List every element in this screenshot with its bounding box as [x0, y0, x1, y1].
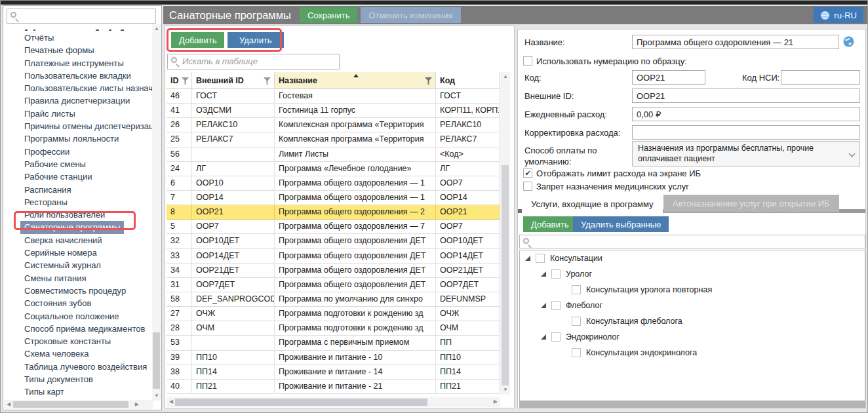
table-row[interactable]: 26РЕЛАКС10Комплексная программа «Террито…: [167, 118, 500, 132]
table-search-input[interactable]: Искать в таблице: [167, 54, 340, 69]
table-row[interactable]: 6ООР10Программа общего оздоровления — 1О…: [167, 176, 500, 191]
sidebar-item[interactable]: Рабочие станции: [4, 170, 152, 183]
sidebar-item[interactable]: Совместимость процедур: [4, 285, 152, 297]
tab-program-services[interactable]: Услуги, входящие в программу: [522, 195, 663, 213]
sidebar-horizontal-scrollbar[interactable]: ◀ ▶: [4, 400, 153, 409]
code-input[interactable]: [632, 70, 705, 85]
sidebar-item[interactable]: Пользовательские листы назнач: [4, 82, 152, 94]
filter-icon[interactable]: [182, 77, 189, 85]
sidebar-item[interactable]: Пользовательские вкладки: [4, 69, 152, 82]
globe-icon[interactable]: [843, 36, 854, 47]
delete-row-button[interactable]: Удалить: [227, 32, 284, 48]
tree-node[interactable]: Консультация эндокринолога: [520, 345, 865, 361]
sidebar-item[interactable]: Отчёты: [4, 31, 152, 44]
expense-adjustment-input[interactable]: [632, 125, 860, 140]
sidebar-item[interactable]: Прайс листы: [4, 108, 152, 120]
sidebar-item[interactable]: Социальное положение: [4, 310, 152, 323]
sidebar-item[interactable]: Таблица лучевого воздействия: [4, 361, 152, 373]
sidebar-item[interactable]: Расписания: [4, 184, 152, 196]
table-row[interactable]: 25РЕЛАКС7Комплексная программа «Территор…: [167, 132, 500, 147]
table-row[interactable]: 33ООР14ДЕТПрограмма общего оздоровления …: [167, 249, 500, 264]
save-button[interactable]: Сохранить: [300, 7, 358, 23]
table-row[interactable]: 38ПП14Проживание и питание - 14ПП14: [167, 365, 500, 380]
sidebar-item[interactable]: Типы документов: [4, 373, 152, 385]
table-row[interactable]: 7ООР14Программа общего оздоровления — 1О…: [167, 191, 500, 205]
locale-button[interactable]: ru-RU: [814, 7, 863, 23]
tree-node-checkbox[interactable]: [551, 332, 561, 342]
tab-auto-assign-services[interactable]: Автоназначение услуг при открытии ИБ: [663, 195, 839, 212]
column-header-name[interactable]: Название: [275, 72, 436, 88]
panel-bottom-scrollbar[interactable]: [519, 401, 865, 408]
tree-node[interactable]: Консультация флеболога: [520, 313, 865, 329]
table-row[interactable]: 40ПП21Проживание и питание - 21ПП21: [167, 380, 500, 394]
tree-node[interactable]: Эндокринолог: [520, 329, 865, 345]
tree-node-checkbox[interactable]: [572, 285, 581, 294]
sidebar-item[interactable]: Рестораны: [4, 196, 152, 208]
sidebar-item[interactable]: Роли пользователей: [4, 208, 152, 221]
table-horizontal-scrollbar[interactable]: ◀ ▶: [167, 397, 500, 407]
filter-icon[interactable]: [425, 77, 432, 85]
table-row[interactable]: 24ЛГПрограмма «Лечебное голодание»ЛГ: [167, 162, 500, 176]
sidebar-item[interactable]: Системный журнал: [4, 259, 152, 271]
tree-node[interactable]: Флеболог: [520, 298, 865, 313]
nsi-code-input[interactable]: [781, 70, 860, 85]
tree-node-checkbox[interactable]: [572, 348, 581, 357]
name-input[interactable]: [632, 35, 839, 49]
table-row[interactable]: 56Лимит Листы<Код>: [167, 148, 500, 162]
sidebar-item[interactable]: Профессии: [4, 146, 152, 158]
tree-node-checkbox[interactable]: [536, 254, 545, 263]
sidebar-item[interactable]: Схема человека: [4, 347, 152, 360]
expand-collapse-icon[interactable]: [541, 334, 546, 340]
sidebar-item[interactable]: Правила диспетчеризации: [4, 94, 152, 107]
tree-node-checkbox[interactable]: [551, 301, 561, 310]
table-row[interactable]: 27ОЧЖПрограмма подготовки к рождению здО…: [167, 307, 500, 321]
filter-icon[interactable]: [264, 77, 271, 85]
table-row[interactable]: 58DEF_SANPROGCODEПрограмма по умолчанию …: [167, 292, 500, 307]
sidebar-item[interactable]: Санаторные программы: [4, 221, 152, 233]
column-header-ext-id[interactable]: Внешний ID: [192, 72, 275, 88]
services-search-input[interactable]: [519, 235, 865, 248]
daily-expense-input[interactable]: [632, 107, 860, 121]
sidebar-item[interactable]: Состояния зубов: [4, 297, 152, 309]
table-row[interactable]: 34ООР21ДЕТПрограмма общего оздоровления …: [167, 264, 500, 278]
table-row[interactable]: 41ОЗДСМИГостиница 11 горпусКОРП11, КОРП1: [167, 104, 500, 118]
tree-node-checkbox[interactable]: [572, 317, 581, 326]
expand-collapse-icon[interactable]: [525, 256, 530, 261]
sidebar-item[interactable]: Строковые константы: [4, 335, 152, 347]
forbid-services-checkbox[interactable]: [523, 182, 532, 191]
table-row[interactable]: 39ПП10Проживание и питание - 10ПП10: [167, 351, 500, 365]
show-limit-checkbox[interactable]: ✔: [523, 168, 532, 178]
sidebar-item[interactable]: Способ приёма медикаментов: [4, 323, 152, 335]
sidebar-item[interactable]: Программы лояльности: [4, 132, 152, 145]
table-row[interactable]: 5ООР7Программа общего оздоровления — 7ОО…: [167, 220, 500, 234]
table-vertical-scrollbar[interactable]: ▲ ▼: [500, 72, 510, 395]
sidebar-item[interactable]: Серийные номера: [4, 246, 152, 259]
table-row[interactable]: 46ГОСТГостеваяГОСТ: [167, 89, 500, 104]
table-row[interactable]: 31ООР7ДЕТПрограмма общего оздоровления Д…: [167, 278, 500, 292]
tree-node-checkbox[interactable]: [551, 269, 561, 279]
tree-node[interactable]: Консультация уролога повторная: [520, 282, 865, 298]
table-row[interactable]: 28ОЧМПрограмма подготовки к рождению здО…: [167, 321, 500, 336]
expand-collapse-icon[interactable]: [541, 303, 546, 308]
sidebar-item[interactable]: Печатные формы: [4, 44, 152, 56]
sidebar-item[interactable]: Платежные инструменты: [4, 57, 152, 69]
delete-selected-services-button[interactable]: Удалить выбранные: [573, 216, 669, 232]
table-row[interactable]: 53Программа с первичным приемомПП: [167, 336, 500, 350]
cancel-changes-button[interactable]: Отменить изменения: [361, 7, 460, 23]
column-header-id[interactable]: ID: [167, 72, 192, 88]
add-row-button[interactable]: Добавить: [171, 32, 224, 48]
sidebar-vertical-scrollbar[interactable]: ▲ ▼: [152, 24, 161, 401]
table-row[interactable]: 32ООР10ДЕТПрограмма общего оздоровления …: [167, 234, 500, 248]
sidebar-item[interactable]: Типы карт: [4, 385, 152, 398]
payment-method-select[interactable]: Назначения из программы бесплатны, прочи…: [632, 141, 860, 167]
table-row[interactable]: 8ООР21Программа общего оздоровления — 2О…: [167, 205, 500, 220]
external-ids-input[interactable]: [632, 88, 860, 103]
expand-collapse-icon[interactable]: [541, 271, 546, 277]
numbering-checkbox[interactable]: [523, 56, 532, 66]
sidebar-item[interactable]: Причины отмены диспетчеризац: [4, 120, 152, 132]
sidebar-item[interactable]: Смены питания: [4, 272, 152, 285]
tree-node[interactable]: Уролог: [520, 266, 865, 282]
sidebar-search-input[interactable]: [7, 9, 156, 24]
add-service-button[interactable]: Добавить: [523, 216, 576, 232]
column-header-code[interactable]: Код: [436, 72, 500, 88]
